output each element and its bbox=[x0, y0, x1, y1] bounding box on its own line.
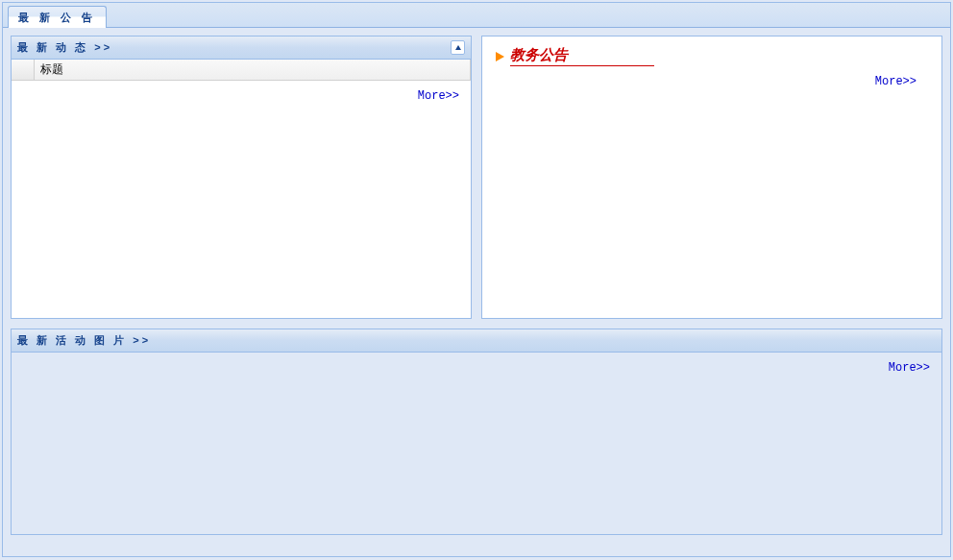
top-row: 最 新 动 态 >> 标题 More>> bbox=[11, 36, 942, 319]
tab-latest-announcement[interactable]: 最 新 公 告 bbox=[8, 6, 107, 28]
more-link-photos[interactable]: More>> bbox=[889, 361, 930, 375]
panel-latest-photos: 最 新 活 动 图 片 >> More>> bbox=[11, 329, 942, 535]
notice-title: 教务公告 bbox=[510, 46, 654, 66]
panel-header-latest-news: 最 新 动 态 >> bbox=[12, 37, 471, 60]
more-link-container: More>> bbox=[12, 81, 471, 110]
more-link-container-notice: More>> bbox=[496, 66, 928, 96]
tab-strip: 最 新 公 告 bbox=[3, 3, 950, 28]
row-number-column bbox=[12, 60, 35, 80]
panel-title-photos: 最 新 活 动 图 片 >> bbox=[17, 333, 151, 348]
collapse-icon[interactable] bbox=[451, 40, 465, 55]
panel-body-notice: 教务公告 More>> bbox=[482, 37, 941, 318]
more-link-notice[interactable]: More>> bbox=[875, 75, 916, 88]
column-label: 标题 bbox=[40, 61, 63, 78]
tab-content: 最 新 动 态 >> 标题 More>> bbox=[3, 28, 950, 554]
more-link-news[interactable]: More>> bbox=[418, 89, 459, 103]
panel-header-photos: 最 新 活 动 图 片 >> bbox=[12, 329, 941, 353]
panel-body-latest-news: More>> bbox=[12, 81, 471, 318]
panel-latest-news: 最 新 动 态 >> 标题 More>> bbox=[11, 36, 472, 319]
main-container: 最 新 公 告 最 新 动 态 >> 标题 More>> bbox=[2, 2, 951, 557]
grid-header: 标题 bbox=[12, 60, 471, 81]
arrow-icon bbox=[496, 52, 504, 61]
panel-body-photos: More>> bbox=[12, 353, 941, 534]
panel-academic-notice: 教务公告 More>> bbox=[481, 36, 942, 319]
tab-label: 最 新 公 告 bbox=[18, 12, 96, 23]
column-header-title[interactable]: 标题 bbox=[35, 60, 471, 80]
notice-header: 教务公告 bbox=[496, 46, 928, 66]
more-link-container-photos: More>> bbox=[12, 353, 941, 382]
panel-title: 最 新 动 态 >> bbox=[17, 40, 112, 55]
